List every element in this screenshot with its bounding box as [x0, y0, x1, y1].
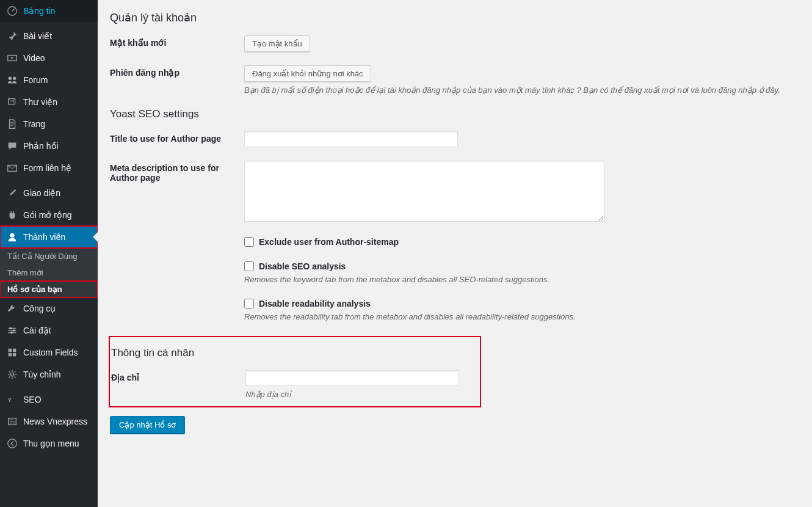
personal-heading: Thông tin cá nhân: [111, 347, 474, 359]
exclude-sitemap-checkbox[interactable]: [244, 237, 254, 247]
sidebar-item-seo[interactable]: Y SEO: [0, 388, 98, 410]
sidebar-label: Thu gọn menu: [23, 439, 79, 448]
seo-icon: Y: [6, 393, 18, 406]
sidebar-label: News Vnexpress: [23, 417, 87, 426]
address-input[interactable]: [245, 370, 459, 386]
grid-icon: [6, 346, 18, 359]
admin-sidebar: Bảng tin Bài viết Video Forum Thư viện T…: [0, 0, 98, 507]
sidebar-label: Custom Fields: [23, 348, 78, 357]
sidebar-item-video[interactable]: Video: [0, 47, 98, 69]
sidebar-sub-add-new[interactable]: Thêm mới: [0, 264, 98, 281]
sidebar-label: Form liên hệ: [23, 163, 71, 173]
sidebar-label: Cài đặt: [23, 326, 51, 335]
svg-point-8: [10, 327, 12, 330]
sidebar-item-settings[interactable]: Cài đặt: [0, 319, 98, 341]
exclude-sitemap-label: Exclude user from Author-sitemap: [259, 237, 399, 247]
password-label: Mật khẩu mới: [110, 35, 244, 48]
sidebar-label: Bảng tin: [23, 6, 56, 16]
sidebar-item-users[interactable]: Thành viên: [0, 226, 98, 248]
sidebar-label: Forum: [23, 75, 48, 85]
svg-point-2: [9, 77, 12, 80]
sidebar-label: Bài viết: [23, 31, 52, 41]
sidebar-sub-all-users[interactable]: Tất Cả Người Dùng: [0, 248, 98, 264]
yoast-heading: Yoast SEO settings: [110, 108, 800, 120]
svg-point-7: [10, 233, 14, 238]
pin-icon: [6, 30, 18, 42]
sidebar-label: Gói mở rộng: [23, 210, 71, 220]
svg-point-15: [10, 373, 13, 376]
sidebar-label: Công cụ: [23, 304, 56, 313]
update-profile-button[interactable]: Cập nhật Hồ sơ: [110, 416, 185, 434]
sliders-icon: [6, 324, 18, 337]
account-heading: Quản lý tài khoản: [110, 11, 800, 24]
sidebar-item-appearance[interactable]: Giao diện: [0, 182, 98, 204]
sidebar-item-tools[interactable]: Công cụ: [0, 297, 98, 319]
svg-text:Y: Y: [8, 397, 12, 403]
address-desc: Nhập địa chỉ: [245, 390, 474, 399]
gear-icon: [6, 368, 18, 381]
sidebar-label: Trang: [23, 119, 45, 129]
svg-rect-14: [13, 353, 16, 356]
sidebar-item-comments[interactable]: Phản hồi: [0, 135, 98, 157]
news-icon: [6, 415, 18, 428]
address-label: Địa chỉ: [111, 370, 245, 382]
brush-icon: [6, 187, 18, 199]
author-meta-label: Meta description to use for Author page: [110, 161, 244, 183]
media-icon: [6, 96, 18, 108]
sidebar-item-custom-fields[interactable]: Custom Fields: [0, 341, 98, 363]
page-icon: [6, 118, 18, 130]
sidebar-label: Phản hồi: [23, 141, 59, 151]
personal-info-section: Thông tin cá nhân Địa chỉ Nhập địa chỉ: [109, 336, 481, 407]
svg-rect-12: [13, 349, 16, 352]
video-icon: [6, 52, 18, 64]
svg-point-18: [8, 439, 16, 448]
sidebar-item-customize[interactable]: Tùy chỉnh: [0, 363, 98, 385]
svg-point-5: [13, 100, 14, 101]
disable-readability-desc: Removes the readability tab from the met…: [244, 312, 800, 321]
sidebar-sub-your-profile[interactable]: Hồ sơ của bạn: [0, 281, 98, 297]
sidebar-item-contact[interactable]: Form liên hệ: [0, 157, 98, 179]
dashboard-icon: [6, 5, 18, 17]
session-description: Bạn đã bị mất số điện thoại hoặc để lại …: [244, 86, 800, 95]
sidebar-item-media[interactable]: Thư viện: [0, 91, 98, 113]
user-icon: [6, 231, 18, 243]
svg-point-9: [13, 329, 15, 332]
sidebar-item-dashboard[interactable]: Bảng tin: [0, 0, 98, 22]
sidebar-label: Thành viên: [23, 232, 65, 242]
session-label: Phiên đăng nhập: [110, 65, 244, 78]
author-meta-textarea[interactable]: [244, 161, 604, 222]
sidebar-label: Giao diện: [23, 188, 60, 198]
wrench-icon: [6, 302, 18, 315]
author-title-input[interactable]: [244, 131, 458, 147]
sidebar-item-collapse[interactable]: Thu gọn menu: [0, 432, 98, 454]
sidebar-item-plugins[interactable]: Gói mở rộng: [0, 204, 98, 226]
disable-seo-checkbox[interactable]: [244, 261, 254, 271]
svg-point-10: [10, 332, 13, 334]
sidebar-label: SEO: [23, 395, 42, 404]
disable-seo-desc: Removes the keyword tab from the metabox…: [244, 275, 800, 284]
sidebar-item-posts[interactable]: Bài viết: [0, 25, 98, 47]
mail-icon: [6, 162, 18, 174]
sidebar-label: Tùy chỉnh: [23, 370, 61, 379]
plugin-icon: [6, 209, 18, 221]
comment-icon: [6, 140, 18, 152]
content-area: Quản lý tài khoản Mật khẩu mới Tạo mật k…: [98, 0, 812, 507]
disable-readability-label: Disable readability analysis: [259, 299, 371, 308]
sidebar-label: Video: [23, 53, 45, 63]
collapse-icon: [6, 437, 18, 450]
author-title-label: Title to use for Author page: [110, 131, 244, 144]
svg-rect-4: [9, 99, 15, 104]
svg-rect-13: [9, 353, 12, 356]
logout-everywhere-button[interactable]: Đăng xuất khỏi những nơi khác: [244, 65, 371, 82]
sidebar-item-news[interactable]: News Vnexpress: [0, 410, 98, 432]
forum-icon: [6, 74, 18, 86]
svg-rect-11: [9, 349, 12, 352]
sidebar-label: Thư viện: [23, 97, 57, 107]
generate-password-button[interactable]: Tạo mật khẩu: [244, 35, 310, 52]
sidebar-item-pages[interactable]: Trang: [0, 113, 98, 135]
sidebar-item-forum[interactable]: Forum: [0, 69, 98, 91]
disable-seo-label: Disable SEO analysis: [259, 261, 346, 271]
svg-point-3: [13, 77, 16, 80]
disable-readability-checkbox[interactable]: [244, 299, 254, 308]
